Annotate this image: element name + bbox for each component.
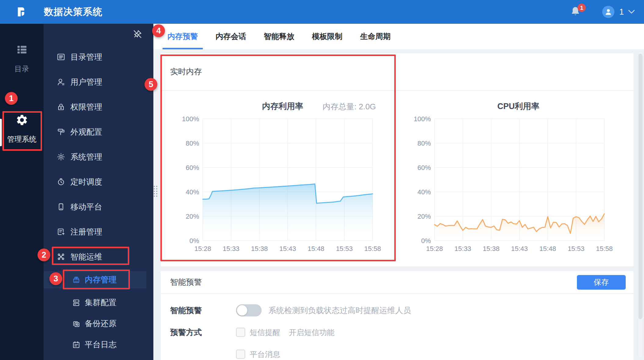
- svg-text:15:48: 15:48: [539, 245, 556, 252]
- app-window: 数据决策系统 1 1: [0, 0, 644, 360]
- avatar[interactable]: [602, 6, 614, 18]
- sidebar-item-label: 智能运维: [70, 252, 102, 262]
- sidebar-item-schedule[interactable]: 定时调度: [44, 169, 153, 194]
- sidebar-item-label: 权限管理: [70, 102, 102, 112]
- svg-text:100%: 100%: [414, 115, 431, 123]
- app-header: 数据决策系统 1 1: [0, 0, 644, 24]
- directory-list-icon: [16, 43, 28, 56]
- gear-icon: [16, 114, 28, 126]
- svg-text:100%: 100%: [182, 115, 199, 123]
- sidebar-item-intelligent-ops[interactable]: 智能运维: [44, 244, 153, 269]
- save-button[interactable]: 保存: [577, 275, 626, 290]
- tab-lifecycle[interactable]: 生命周期: [355, 24, 395, 49]
- section-title-realtime-memory: 实时内存: [161, 53, 633, 91]
- sidebar-item-permission-mgmt[interactable]: 权限管理: [44, 94, 153, 119]
- cluster-icon: [72, 298, 81, 307]
- unpin-icon[interactable]: [133, 29, 142, 39]
- svg-text:15:48: 15:48: [308, 245, 324, 252]
- sms-checkbox-label: 短信提醒: [250, 327, 280, 337]
- toggle-knob: [237, 305, 247, 316]
- catalog-icon: [56, 52, 66, 62]
- svg-text:15:28: 15:28: [194, 245, 211, 252]
- tab-smart-release[interactable]: 智能释放: [259, 24, 299, 49]
- tab-label: 模板限制: [312, 31, 342, 41]
- rail-item-admin-system[interactable]: 管理系统: [0, 114, 44, 144]
- notification-badge: 1: [578, 4, 586, 12]
- main-content: 内存预警 内存会话 智能释放 模板限制 生命周期 实时内存 内存利用率 内存总量…: [153, 24, 644, 360]
- tab-label: 内存预警: [167, 31, 198, 41]
- tab-memory-session[interactable]: 内存会话: [211, 24, 251, 49]
- tab-template-limit[interactable]: 模板限制: [307, 24, 347, 49]
- svg-text:15:43: 15:43: [511, 245, 528, 252]
- sidebar-item-label: 用户管理: [70, 77, 102, 87]
- username-label: 1: [619, 7, 624, 17]
- svg-text:15:43: 15:43: [279, 245, 296, 252]
- user-icon: [604, 8, 612, 16]
- svg-text:15:58: 15:58: [364, 245, 381, 252]
- sidebar-resize-handle[interactable]: [154, 186, 159, 200]
- sidebar-item-memory-mgmt[interactable]: 内存管理: [44, 271, 146, 288]
- tab-label: 内存会话: [216, 31, 246, 41]
- tab-label: 生命周期: [360, 31, 391, 41]
- svg-text:0%: 0%: [189, 237, 199, 245]
- sidebar-item-platform-log[interactable]: 平台日志: [44, 334, 153, 355]
- sidebar-item-cluster-config[interactable]: 集群配置: [44, 292, 153, 313]
- rail-admin-label: 管理系统: [0, 134, 44, 144]
- sidebar-item-label: 移动平台: [70, 202, 102, 212]
- smart-alert-description: 系统检测到负载状态过高时提醒运维人员: [268, 305, 411, 316]
- sidebar-item-label: 定时调度: [70, 177, 102, 187]
- notification-button[interactable]: 1: [570, 5, 582, 19]
- sidebar-item-catalog-mgmt[interactable]: 目录管理: [44, 44, 153, 69]
- svg-text:0%: 0%: [421, 237, 431, 245]
- enable-sms-link[interactable]: 开启短信功能: [289, 327, 335, 337]
- rail-directory-label: 目录: [0, 64, 44, 74]
- svg-text:15:38: 15:38: [251, 245, 268, 252]
- lock-icon: [56, 102, 66, 111]
- sidebar-menu: 目录管理 用户管理 权限管理 外观配置 系统管理 定时调度: [44, 44, 153, 355]
- svg-text:15:28: 15:28: [426, 245, 443, 252]
- svg-text:15:58: 15:58: [596, 245, 613, 252]
- smart-alert-toggle[interactable]: [236, 304, 262, 316]
- sidebar-item-label: 系统管理: [70, 152, 102, 162]
- tab-memory-alert[interactable]: 内存预警: [163, 24, 203, 49]
- app-title: 数据决策系统: [44, 5, 102, 18]
- clock-icon: [56, 177, 66, 186]
- platform-message-label: 平台消息: [250, 349, 280, 359]
- section-title-smart-alert: 智能预警: [170, 277, 202, 288]
- sidebar-item-appearance-config[interactable]: 外观配置: [44, 119, 153, 144]
- svg-text:15:33: 15:33: [223, 245, 239, 252]
- sidebar-item-label: 备份还原: [85, 318, 116, 329]
- cpu-usage-chart: 0%20%40%60%80%100%15:2815:3315:3815:4315…: [412, 108, 619, 254]
- smart-alert-label: 智能预警: [170, 305, 236, 316]
- ops-network-icon: [56, 252, 66, 261]
- mobile-icon: [56, 202, 66, 211]
- sidebar-item-label: 平台日志: [85, 339, 116, 350]
- svg-text:60%: 60%: [417, 164, 431, 171]
- sidebar-item-system-mgmt[interactable]: 系统管理: [44, 144, 153, 169]
- svg-text:20%: 20%: [417, 213, 431, 220]
- platform-message-checkbox[interactable]: [236, 350, 245, 359]
- alert-method-label: 预警方式: [170, 327, 236, 338]
- memory-usage-chart: 0%20%40%60%80%100%15:2815:3315:3815:4315…: [180, 108, 387, 254]
- sidebar-item-mobile-platform[interactable]: 移动平台: [44, 194, 153, 219]
- user-mgmt-icon: [56, 77, 66, 86]
- svg-text:15:38: 15:38: [483, 245, 499, 252]
- smart-alert-card: 智能预警 保存 智能预警 系统检测到负载状态过高时提醒运维人员 预警方式 短信提…: [161, 271, 633, 360]
- svg-text:80%: 80%: [417, 139, 431, 147]
- sidebar-item-label: 外观配置: [70, 127, 102, 137]
- rail-item-directory[interactable]: 目录: [0, 43, 44, 74]
- sidebar-item-backup-restore[interactable]: 备份还原: [44, 313, 153, 334]
- paint-roller-icon: [56, 127, 66, 136]
- tab-label: 智能释放: [264, 31, 294, 41]
- sidebar-item-register-mgmt[interactable]: 注册管理: [44, 219, 153, 244]
- scrollbar-thumb[interactable]: [639, 54, 642, 319]
- svg-text:40%: 40%: [417, 188, 431, 196]
- realtime-memory-card: 实时内存 内存利用率 内存总量: 2.0G CPU利用率 0%20%40%60%…: [161, 53, 633, 266]
- document-plus-icon: [56, 227, 66, 236]
- tab-bar: 内存预警 内存会话 智能释放 模板限制 生命周期: [153, 24, 644, 49]
- chevron-down-icon[interactable]: [628, 10, 635, 14]
- sidebar-item-user-mgmt[interactable]: 用户管理: [44, 69, 153, 94]
- svg-text:60%: 60%: [186, 164, 199, 171]
- sms-checkbox[interactable]: [236, 328, 245, 337]
- admin-sidebar: 目录管理 用户管理 权限管理 外观配置 系统管理 定时调度: [44, 24, 153, 360]
